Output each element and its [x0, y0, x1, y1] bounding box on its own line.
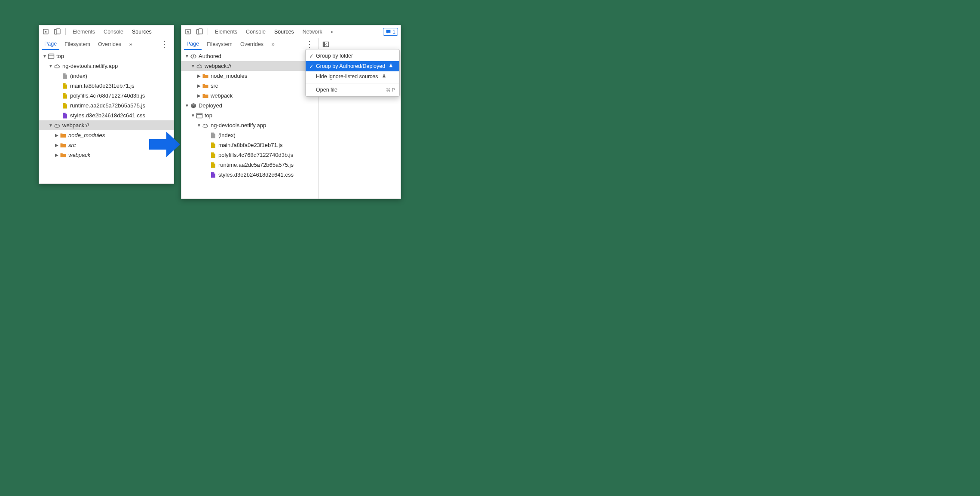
more-tabs-icon[interactable]: »: [269, 40, 277, 49]
tree-label: ng-devtools.netlify.app: [211, 122, 266, 129]
tree-row-mainjs[interactable]: main.fa8bfa0e23f1eb71.js: [181, 140, 318, 150]
tree-label: polyfills.4c768d7122740d3b.js: [218, 152, 293, 158]
chevron-down-icon: ▼: [191, 64, 195, 68]
menu-shortcut: ⌘ P: [386, 87, 395, 93]
tree-label: main.fa8bfa0e23f1eb71.js: [218, 142, 283, 148]
tab-elements[interactable]: Elements: [70, 25, 98, 38]
tree-row-webpack[interactable]: ▼webpack://: [181, 61, 318, 71]
folder-icon: [60, 152, 67, 159]
code-icon: [190, 53, 197, 60]
frame-icon: [196, 112, 203, 119]
tree-label: webpack: [211, 92, 233, 99]
tree-label: webpack://: [62, 122, 89, 129]
kebab-menu-icon[interactable]: ⋮: [158, 40, 171, 49]
tree-row-top[interactable]: ▼top: [39, 51, 174, 61]
device-icon[interactable]: [53, 28, 61, 36]
subtab-page[interactable]: Page: [184, 38, 202, 50]
tab-network[interactable]: Network: [300, 25, 325, 38]
chevron-right-icon: ▶: [197, 73, 201, 78]
subtab-overrides[interactable]: Overrides: [238, 38, 266, 50]
inspect-icon[interactable]: [42, 28, 50, 36]
tree-label: (index): [218, 132, 236, 138]
menu-label: Hide ignore-listed sources: [316, 73, 378, 80]
chevron-down-icon: ▼: [49, 64, 53, 68]
tree-row-mainjs[interactable]: main.fa8bfa0e23f1eb71.js: [39, 81, 174, 91]
tree-label: runtime.aa2dc5a72b65a575.js: [70, 102, 145, 109]
tab-elements[interactable]: Elements: [212, 25, 240, 38]
inspect-icon[interactable]: [184, 28, 193, 36]
css-file-icon: [210, 171, 217, 178]
subtab-filesystem[interactable]: Filesystem: [204, 38, 235, 50]
device-icon[interactable]: [195, 28, 204, 36]
subtab-page[interactable]: Page: [42, 38, 59, 50]
chevron-right-icon: ▶: [197, 83, 201, 88]
folder-icon: [60, 132, 67, 139]
tree-label: ng-devtools.netlify.app: [62, 63, 118, 69]
menu-item-hide-ignore[interactable]: Hide ignore-listed sources: [306, 71, 399, 82]
folder-icon: [202, 73, 209, 80]
sources-sub-tabs: Page Filesystem Overrides » ⋮: [181, 38, 318, 50]
folder-icon: [60, 142, 67, 149]
tree-row-top[interactable]: ▼top: [181, 110, 318, 120]
tree-label: Authored: [199, 53, 221, 59]
tree-row-webpack-folder[interactable]: ▶webpack: [181, 91, 318, 101]
css-file-icon: [61, 112, 68, 119]
divider: [65, 28, 66, 35]
menu-label: Group by Authored/Deployed: [316, 63, 385, 69]
messages-count: 1: [392, 29, 395, 35]
more-tabs-icon[interactable]: »: [126, 40, 135, 49]
tree-label: webpack://: [205, 63, 231, 69]
js-file-icon: [61, 83, 68, 89]
tab-sources[interactable]: Sources: [271, 25, 297, 38]
chevron-down-icon: ▼: [191, 113, 195, 118]
tree-row-runtime[interactable]: runtime.aa2dc5a72b65a575.js: [39, 101, 174, 110]
subtab-filesystem[interactable]: Filesystem: [62, 38, 93, 50]
chevron-down-icon: ▼: [197, 123, 201, 128]
tree-label: node_modules: [211, 73, 247, 79]
cube-icon: [190, 102, 197, 109]
tree-row-nodemod[interactable]: ▶node_modules: [181, 71, 318, 81]
tree-row-styles[interactable]: styles.d3e2b24618d2c641.css: [181, 170, 318, 180]
chevron-right-icon: ▶: [55, 133, 59, 138]
file-tree: ▼top ▼ng-devtools.netlify.app (index) ma…: [39, 50, 174, 184]
tree-row-polyfills[interactable]: polyfills.4c768d7122740d3b.js: [181, 150, 318, 160]
subtab-overrides[interactable]: Overrides: [95, 38, 124, 50]
menu-item-group-authored[interactable]: ✓Group by Authored/Deployed: [306, 61, 399, 71]
tree-group-deployed[interactable]: ▼Deployed: [181, 101, 318, 110]
tree-row-index[interactable]: (index): [39, 71, 174, 81]
check-icon: ✓: [308, 63, 314, 70]
cloud-icon: [54, 63, 61, 70]
chevron-down-icon: ▼: [185, 103, 189, 108]
tree-label: src: [68, 142, 76, 148]
tree-row-domain[interactable]: ▼ng-devtools.netlify.app: [39, 61, 174, 71]
chevron-right-icon: ▶: [55, 143, 59, 147]
context-menu: ✓Group by folder ✓Group by Authored/Depl…: [305, 49, 400, 97]
tree-label: Deployed: [199, 102, 222, 109]
tree-row-index[interactable]: (index): [181, 130, 318, 140]
tree-row-src[interactable]: ▶src: [181, 81, 318, 91]
main-tab-bar: Elements Console Sources Network » 1: [181, 25, 401, 38]
menu-label: Open file: [316, 87, 337, 93]
kebab-menu-icon[interactable]: ⋮: [303, 40, 316, 49]
tree-row-domain[interactable]: ▼ng-devtools.netlify.app: [181, 120, 318, 130]
tab-console[interactable]: Console: [101, 25, 126, 38]
tree-label: styles.d3e2b24618d2c641.css: [70, 112, 145, 119]
tab-console[interactable]: Console: [243, 25, 269, 38]
check-icon: ✓: [308, 53, 314, 59]
tree-row-runtime[interactable]: runtime.aa2dc5a72b65a575.js: [181, 160, 318, 170]
tree-label: top: [205, 112, 212, 119]
main-tab-bar: Elements Console Sources: [39, 25, 174, 38]
file-icon: [210, 132, 217, 139]
messages-badge[interactable]: 1: [383, 28, 398, 36]
toggle-navigator-icon[interactable]: [322, 40, 330, 49]
tree-row-polyfills[interactable]: polyfills.4c768d7122740d3b.js: [39, 91, 174, 101]
more-tabs-icon[interactable]: »: [328, 28, 337, 36]
chevron-right-icon: ▶: [55, 153, 59, 157]
tree-label: webpack: [68, 152, 90, 158]
menu-item-group-folder[interactable]: ✓Group by folder: [306, 51, 399, 61]
tree-group-authored[interactable]: ▼Authored: [181, 51, 318, 61]
tab-sources[interactable]: Sources: [129, 25, 155, 38]
menu-item-open-file[interactable]: Open file⌘ P: [306, 85, 399, 95]
tree-row-styles[interactable]: styles.d3e2b24618d2c641.css: [39, 110, 174, 120]
cloud-icon: [196, 63, 203, 70]
